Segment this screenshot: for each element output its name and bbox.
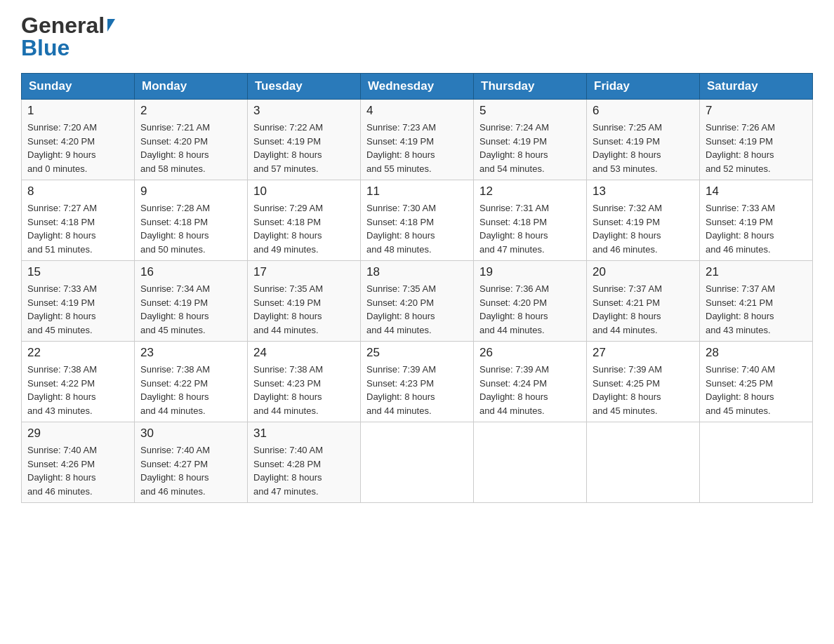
day-info: Sunrise: 7:21 AMSunset: 4:20 PMDaylight:… <box>140 122 210 174</box>
day-info: Sunrise: 7:40 AMSunset: 4:27 PMDaylight:… <box>140 445 210 497</box>
calendar-cell: 17 Sunrise: 7:35 AMSunset: 4:19 PMDaylig… <box>248 261 361 342</box>
day-number: 4 <box>366 104 468 118</box>
calendar-cell: 1 Sunrise: 7:20 AMSunset: 4:20 PMDayligh… <box>22 100 135 180</box>
day-number: 12 <box>479 185 581 199</box>
day-info: Sunrise: 7:38 AMSunset: 4:23 PMDaylight:… <box>253 364 323 416</box>
header-thursday: Thursday <box>474 74 587 100</box>
day-info: Sunrise: 7:22 AMSunset: 4:19 PMDaylight:… <box>253 122 323 174</box>
day-number: 16 <box>140 265 241 279</box>
calendar-cell: 3 Sunrise: 7:22 AMSunset: 4:19 PMDayligh… <box>248 100 361 180</box>
day-number: 20 <box>593 265 694 279</box>
day-info: Sunrise: 7:33 AMSunset: 4:19 PMDaylight:… <box>27 283 97 335</box>
day-info: Sunrise: 7:23 AMSunset: 4:19 PMDaylight:… <box>366 122 436 174</box>
day-number: 3 <box>253 104 355 118</box>
day-number: 10 <box>253 185 355 199</box>
day-number: 21 <box>706 265 807 279</box>
calendar-cell: 11 Sunrise: 7:30 AMSunset: 4:18 PMDaylig… <box>361 180 474 261</box>
calendar-cell: 9 Sunrise: 7:28 AMSunset: 4:18 PMDayligh… <box>135 180 248 261</box>
day-info: Sunrise: 7:27 AMSunset: 4:18 PMDaylight:… <box>27 203 97 255</box>
day-info: Sunrise: 7:38 AMSunset: 4:22 PMDaylight:… <box>140 364 210 416</box>
day-number: 25 <box>366 346 468 360</box>
calendar-cell: 6 Sunrise: 7:25 AMSunset: 4:19 PMDayligh… <box>587 100 700 180</box>
day-info: Sunrise: 7:40 AMSunset: 4:25 PMDaylight:… <box>706 364 775 416</box>
day-number: 27 <box>593 346 694 360</box>
calendar-cell: 10 Sunrise: 7:29 AMSunset: 4:18 PMDaylig… <box>248 180 361 261</box>
calendar-cell: 27 Sunrise: 7:39 AMSunset: 4:25 PMDaylig… <box>587 342 700 422</box>
calendar-cell: 18 Sunrise: 7:35 AMSunset: 4:20 PMDaylig… <box>361 261 474 342</box>
calendar-cell: 21 Sunrise: 7:37 AMSunset: 4:21 PMDaylig… <box>700 261 813 342</box>
header-wednesday: Wednesday <box>361 74 474 100</box>
day-number: 5 <box>479 104 581 118</box>
day-info: Sunrise: 7:33 AMSunset: 4:19 PMDaylight:… <box>706 203 775 255</box>
day-number: 23 <box>140 346 241 360</box>
day-number: 26 <box>479 346 581 360</box>
calendar-cell <box>700 422 813 503</box>
day-number: 1 <box>27 104 128 118</box>
calendar-cell <box>361 422 474 503</box>
calendar-cell: 24 Sunrise: 7:38 AMSunset: 4:23 PMDaylig… <box>248 342 361 422</box>
logo-flag-icon <box>107 19 115 32</box>
week-row-1: 1 Sunrise: 7:20 AMSunset: 4:20 PMDayligh… <box>22 100 813 180</box>
header-tuesday: Tuesday <box>248 74 361 100</box>
day-info: Sunrise: 7:39 AMSunset: 4:23 PMDaylight:… <box>366 364 436 416</box>
day-number: 22 <box>27 346 128 360</box>
day-info: Sunrise: 7:40 AMSunset: 4:26 PMDaylight:… <box>27 445 97 497</box>
calendar-cell: 4 Sunrise: 7:23 AMSunset: 4:19 PMDayligh… <box>361 100 474 180</box>
logo-general-text: General <box>21 14 105 36</box>
calendar-cell: 15 Sunrise: 7:33 AMSunset: 4:19 PMDaylig… <box>22 261 135 342</box>
day-number: 17 <box>253 265 355 279</box>
day-info: Sunrise: 7:34 AMSunset: 4:19 PMDaylight:… <box>140 283 210 335</box>
day-number: 6 <box>593 104 694 118</box>
calendar-cell: 5 Sunrise: 7:24 AMSunset: 4:19 PMDayligh… <box>474 100 587 180</box>
day-number: 18 <box>366 265 468 279</box>
day-number: 14 <box>706 185 807 199</box>
day-info: Sunrise: 7:40 AMSunset: 4:28 PMDaylight:… <box>253 445 323 497</box>
day-number: 29 <box>27 427 128 441</box>
calendar-cell: 16 Sunrise: 7:34 AMSunset: 4:19 PMDaylig… <box>135 261 248 342</box>
day-info: Sunrise: 7:37 AMSunset: 4:21 PMDaylight:… <box>593 283 662 335</box>
calendar-header: SundayMondayTuesdayWednesdayThursdayFrid… <box>22 74 813 100</box>
day-info: Sunrise: 7:39 AMSunset: 4:25 PMDaylight:… <box>593 364 662 416</box>
day-number: 24 <box>253 346 355 360</box>
calendar-cell: 22 Sunrise: 7:38 AMSunset: 4:22 PMDaylig… <box>22 342 135 422</box>
calendar-cell: 20 Sunrise: 7:37 AMSunset: 4:21 PMDaylig… <box>587 261 700 342</box>
day-info: Sunrise: 7:28 AMSunset: 4:18 PMDaylight:… <box>140 203 210 255</box>
day-number: 8 <box>27 185 128 199</box>
calendar-cell: 25 Sunrise: 7:39 AMSunset: 4:23 PMDaylig… <box>361 342 474 422</box>
week-row-5: 29 Sunrise: 7:40 AMSunset: 4:26 PMDaylig… <box>22 422 813 503</box>
day-number: 13 <box>593 185 694 199</box>
day-info: Sunrise: 7:37 AMSunset: 4:21 PMDaylight:… <box>706 283 775 335</box>
page-header: General Blue <box>21 14 813 59</box>
day-info: Sunrise: 7:38 AMSunset: 4:22 PMDaylight:… <box>27 364 97 416</box>
calendar-cell: 8 Sunrise: 7:27 AMSunset: 4:18 PMDayligh… <box>22 180 135 261</box>
day-info: Sunrise: 7:26 AMSunset: 4:19 PMDaylight:… <box>706 122 775 174</box>
day-number: 2 <box>140 104 241 118</box>
header-monday: Monday <box>135 74 248 100</box>
calendar-cell: 23 Sunrise: 7:38 AMSunset: 4:22 PMDaylig… <box>135 342 248 422</box>
calendar-cell: 19 Sunrise: 7:36 AMSunset: 4:20 PMDaylig… <box>474 261 587 342</box>
day-number: 11 <box>366 185 468 199</box>
calendar-cell <box>587 422 700 503</box>
calendar-cell <box>474 422 587 503</box>
calendar-cell: 7 Sunrise: 7:26 AMSunset: 4:19 PMDayligh… <box>700 100 813 180</box>
day-number: 19 <box>479 265 581 279</box>
day-number: 15 <box>27 265 128 279</box>
day-info: Sunrise: 7:36 AMSunset: 4:20 PMDaylight:… <box>479 283 549 335</box>
header-friday: Friday <box>587 74 700 100</box>
day-header-row: SundayMondayTuesdayWednesdayThursdayFrid… <box>22 74 813 100</box>
week-row-2: 8 Sunrise: 7:27 AMSunset: 4:18 PMDayligh… <box>22 180 813 261</box>
logo: General Blue <box>21 14 115 59</box>
day-info: Sunrise: 7:32 AMSunset: 4:19 PMDaylight:… <box>593 203 662 255</box>
week-row-3: 15 Sunrise: 7:33 AMSunset: 4:19 PMDaylig… <box>22 261 813 342</box>
calendar-cell: 13 Sunrise: 7:32 AMSunset: 4:19 PMDaylig… <box>587 180 700 261</box>
day-info: Sunrise: 7:39 AMSunset: 4:24 PMDaylight:… <box>479 364 549 416</box>
calendar-cell: 26 Sunrise: 7:39 AMSunset: 4:24 PMDaylig… <box>474 342 587 422</box>
day-info: Sunrise: 7:35 AMSunset: 4:20 PMDaylight:… <box>366 283 436 335</box>
day-number: 30 <box>140 427 241 441</box>
day-info: Sunrise: 7:29 AMSunset: 4:18 PMDaylight:… <box>253 203 323 255</box>
day-info: Sunrise: 7:31 AMSunset: 4:18 PMDaylight:… <box>479 203 549 255</box>
calendar-body: 1 Sunrise: 7:20 AMSunset: 4:20 PMDayligh… <box>22 100 813 503</box>
day-info: Sunrise: 7:25 AMSunset: 4:19 PMDaylight:… <box>593 122 662 174</box>
calendar-cell: 30 Sunrise: 7:40 AMSunset: 4:27 PMDaylig… <box>135 422 248 503</box>
day-number: 9 <box>140 185 241 199</box>
